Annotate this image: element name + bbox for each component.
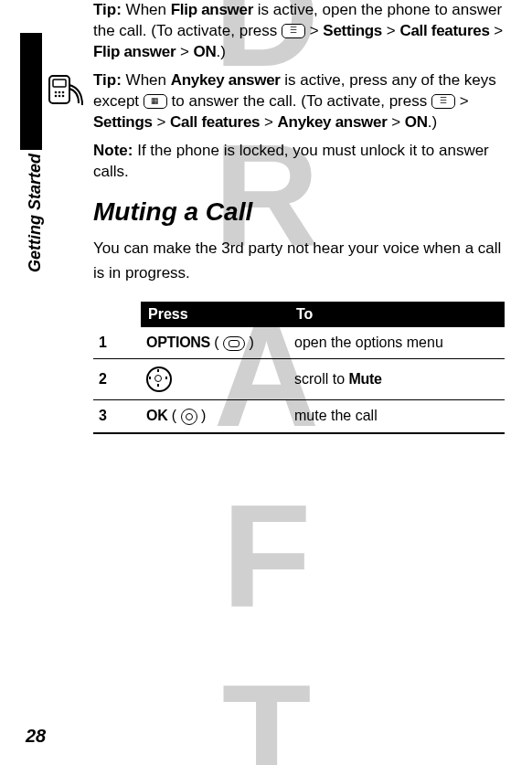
step-to: mute the call	[289, 399, 505, 432]
muting-intro: You can make the 3rd party not hear your…	[93, 236, 505, 285]
svg-point-4	[62, 91, 65, 94]
col-blank	[93, 302, 141, 327]
svg-rect-1	[53, 80, 66, 87]
svg-point-5	[55, 95, 58, 98]
tip-anykey-answer: Tip: When Anykey answer is active, press…	[93, 70, 505, 133]
step-number: 3	[93, 399, 141, 432]
svg-point-2	[55, 91, 58, 94]
note-label: Note:	[93, 142, 133, 159]
step-number: 2	[93, 358, 141, 399]
step-to: scroll to Mute	[289, 358, 505, 399]
section-side-label: Getting Started	[26, 154, 45, 272]
menu-key-icon	[431, 94, 455, 109]
step-press	[141, 358, 289, 399]
nav-key-icon	[146, 367, 172, 392]
step-number: 1	[93, 327, 141, 359]
tip-label: Tip:	[93, 1, 122, 18]
softkey-icon	[223, 336, 245, 351]
heading-muting-a-call: Muting a Call	[93, 197, 505, 227]
page-number: 28	[26, 726, 46, 747]
steps-table: Press To 1 OPTIONS ( ) open the options …	[93, 302, 505, 434]
thumb-tab	[20, 33, 42, 150]
table-row: 3 OK ( ) mute the call	[93, 399, 505, 432]
center-key-icon	[181, 409, 197, 425]
svg-point-3	[59, 91, 61, 94]
table-row: 1 OPTIONS ( ) open the options menu	[93, 327, 505, 359]
tip-label: Tip:	[93, 71, 122, 89]
svg-point-7	[62, 95, 65, 98]
col-press: Press	[141, 302, 289, 327]
keypad-key-icon	[144, 94, 167, 109]
col-to: To	[289, 302, 505, 327]
step-to: open the options menu	[289, 327, 505, 359]
phone-drawing-icon	[44, 72, 84, 112]
step-press: OPTIONS ( )	[141, 327, 289, 359]
tip-flip-answer: Tip: When Flip answer is active, open th…	[93, 0, 505, 63]
menu-key-icon	[282, 24, 305, 38]
svg-point-6	[59, 95, 61, 98]
note-unlock: Note: If the phone is locked, you must u…	[93, 141, 505, 183]
step-press: OK ( )	[141, 399, 289, 432]
table-row: 2 scroll to Mute	[93, 358, 505, 399]
